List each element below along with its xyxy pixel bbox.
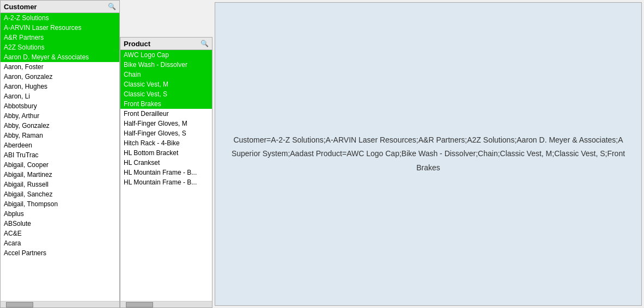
- customer-list-item[interactable]: Aaron, Hughes: [1, 82, 119, 91]
- customer-search-icon[interactable]: 🔍: [107, 2, 116, 11]
- customer-list-item[interactable]: A-ARVIN Laser Resources: [1, 23, 119, 33]
- result-text: Customer=A-2-Z Solutions;A-ARVIN Laser R…: [226, 133, 630, 175]
- customer-list-item[interactable]: Aaron, Li: [1, 91, 119, 101]
- customer-list-item[interactable]: Abigail, Sanchez: [1, 189, 119, 199]
- product-list-items[interactable]: AWC Logo CapBike Wash - DissolverChainCl…: [120, 50, 212, 301]
- product-list-item[interactable]: HL Mountain Frame - B...: [120, 177, 212, 187]
- customer-list-item[interactable]: Aaron, Foster: [1, 62, 119, 72]
- customer-list-items[interactable]: A-2-Z SolutionsA-ARVIN Laser ResourcesA&…: [1, 13, 119, 301]
- customer-list-item[interactable]: Aaron D. Meyer & Associates: [1, 52, 119, 62]
- customer-list-item[interactable]: Abigail, Russell: [1, 180, 119, 189]
- customer-list-item[interactable]: A&R Partners: [1, 33, 119, 42]
- product-listbox: Product 🔍 AWC Logo CapBike Wash - Dissol…: [120, 37, 212, 308]
- product-list-item[interactable]: Half-Finger Gloves, S: [120, 128, 212, 138]
- product-list-item[interactable]: Front Brakes: [120, 99, 212, 109]
- customer-list-item[interactable]: A-2-Z Solutions: [1, 13, 119, 23]
- customer-list-item[interactable]: Abigail, Thompson: [1, 199, 119, 209]
- customer-list-item[interactable]: Abigail, Martinez: [1, 170, 119, 180]
- main-content: Customer=A-2-Z Solutions;A-ARVIN Laser R…: [215, 2, 642, 306]
- product-list-item[interactable]: Hitch Rack - 4-Bike: [120, 138, 212, 148]
- product-list-item[interactable]: HL Mountain Frame - B...: [120, 168, 212, 177]
- product-list-item[interactable]: Classic Vest, M: [120, 79, 212, 89]
- product-list-item[interactable]: HL Bottom Bracket: [120, 148, 212, 158]
- customer-list-item[interactable]: Abby, Gonzalez: [1, 121, 119, 131]
- product-horiz-scroll[interactable]: [120, 301, 212, 307]
- customer-list-item[interactable]: Abbotsbury: [1, 101, 119, 111]
- customer-listbox: Customer 🔍 A-2-Z SolutionsA-ARVIN Laser …: [0, 0, 120, 308]
- customer-title: Customer: [4, 3, 37, 11]
- customer-list-item[interactable]: Aberdeen: [1, 140, 119, 150]
- customer-list-item[interactable]: A2Z Solutions: [1, 42, 119, 52]
- customer-list-item[interactable]: Abby, Arthur: [1, 111, 119, 121]
- customer-list-item[interactable]: Abigail, Cooper: [1, 160, 119, 170]
- customer-horiz-scroll[interactable]: [1, 301, 119, 307]
- product-list-item[interactable]: HL Crankset: [120, 158, 212, 168]
- customer-list-item[interactable]: Accel Partners: [1, 248, 119, 258]
- product-list-item[interactable]: AWC Logo Cap: [120, 50, 212, 60]
- customer-list-item[interactable]: Acara: [1, 238, 119, 248]
- product-list-item[interactable]: Half-Finger Gloves, M: [120, 119, 212, 128]
- customer-list-item[interactable]: Abby, Raman: [1, 131, 119, 140]
- customer-list-item[interactable]: ABSolute: [1, 219, 119, 229]
- customer-list-item[interactable]: ABI TruTrac: [1, 150, 119, 160]
- customer-list-item[interactable]: Aaron, Gonzalez: [1, 72, 119, 82]
- customer-scroll-thumb[interactable]: [6, 302, 33, 307]
- customer-list-item[interactable]: Abplus: [1, 209, 119, 219]
- product-list-item[interactable]: Chain: [120, 70, 212, 79]
- product-header: Product 🔍: [120, 38, 212, 50]
- product-search-icon[interactable]: 🔍: [200, 39, 209, 48]
- product-title: Product: [124, 40, 150, 48]
- customer-header: Customer 🔍: [1, 1, 119, 13]
- panel-left: Customer 🔍 A-2-Z SolutionsA-ARVIN Laser …: [0, 0, 212, 308]
- product-list-item[interactable]: Classic Vest, S: [120, 89, 212, 99]
- product-scroll-thumb[interactable]: [126, 302, 153, 307]
- customer-list-item[interactable]: AC&E: [1, 229, 119, 238]
- product-list-item[interactable]: Bike Wash - Dissolver: [120, 60, 212, 70]
- product-list-item[interactable]: Front Derailleur: [120, 109, 212, 119]
